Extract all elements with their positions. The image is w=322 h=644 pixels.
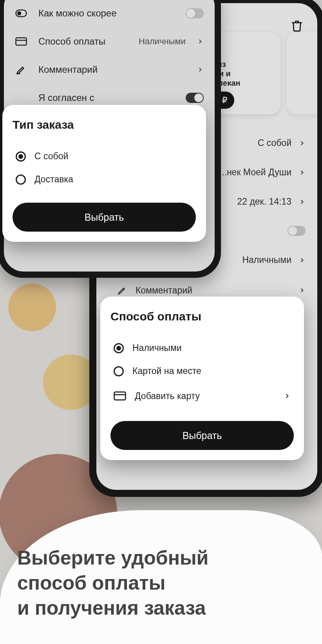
radio-icon xyxy=(114,343,124,353)
payment-option-cash[interactable]: Наличными xyxy=(110,336,294,360)
radio-icon xyxy=(16,151,26,162)
order-type-option-takeaway[interactable]: С собой xyxy=(13,145,196,168)
radio-icon xyxy=(114,366,124,376)
radio-icon xyxy=(16,174,26,185)
chevron-right-icon xyxy=(284,392,291,399)
payment-option-label: Картой на месте xyxy=(132,366,201,376)
order-type-option-delivery[interactable]: Доставка xyxy=(13,168,196,191)
order-type-option-label: С собой xyxy=(34,151,68,162)
add-card-row[interactable]: Добавить карту xyxy=(110,383,294,409)
order-type-modal: Тип заказа С собой Доставка Выбрать xyxy=(2,105,206,242)
order-type-select-button[interactable]: Выбрать xyxy=(13,203,196,232)
add-card-label: Добавить карту xyxy=(135,391,200,401)
payment-method-title: Способ оплаты xyxy=(110,310,294,323)
payment-option-label: Наличными xyxy=(132,343,182,353)
payment-method-modal: Способ оплаты Наличными Картой на месте … xyxy=(100,297,304,460)
order-type-option-label: Доставка xyxy=(34,174,73,185)
order-type-title: Тип заказа xyxy=(13,118,196,131)
payment-select-button[interactable]: Выбрать xyxy=(110,421,294,450)
payment-option-card-onsite[interactable]: Картой на месте xyxy=(110,360,294,383)
svg-rect-5 xyxy=(114,392,126,400)
headline-text: Выберите удобный способ оплаты и получен… xyxy=(17,545,305,621)
card-icon xyxy=(114,390,126,402)
